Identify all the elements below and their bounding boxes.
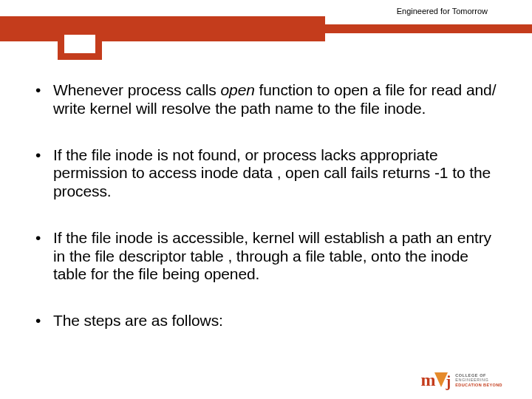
logo-letter-j: j: [446, 374, 451, 389]
bullet-text-ital: open: [220, 81, 254, 98]
list-item: If the file inode is accessible, kernel …: [34, 229, 498, 284]
bullet-list: Whenever process calls open function to …: [34, 81, 498, 330]
footer-logo: m j COLLEGE OF ENGINEERING EDUCATION BEY…: [421, 368, 502, 389]
header-notch: [58, 35, 102, 60]
bullet-text: The steps are as follows:: [53, 312, 223, 329]
list-item: Whenever process calls open function to …: [34, 81, 498, 118]
list-item: The steps are as follows:: [34, 312, 498, 330]
bullet-text: If the file inode is accessible, kernel …: [53, 229, 491, 283]
content-area: Whenever process calls open function to …: [34, 81, 498, 358]
bullet-text-pre: Whenever process calls: [53, 81, 220, 98]
logo-line3: EDUCATION BEYOND: [455, 383, 502, 387]
header-bar-block: [0, 16, 325, 41]
logo-text: COLLEGE OF ENGINEERING EDUCATION BEYOND: [455, 373, 502, 389]
tagline: Engineered for Tomorrow: [397, 7, 488, 16]
list-item: If the file inode is not found, or proce…: [34, 146, 498, 201]
slide: Engineered for Tomorrow Whenever process…: [0, 0, 532, 399]
logo-letter-m: m: [421, 371, 436, 389]
bullet-text: If the file inode is not found, or proce…: [53, 146, 491, 200]
logo-mark: m j: [421, 368, 451, 389]
